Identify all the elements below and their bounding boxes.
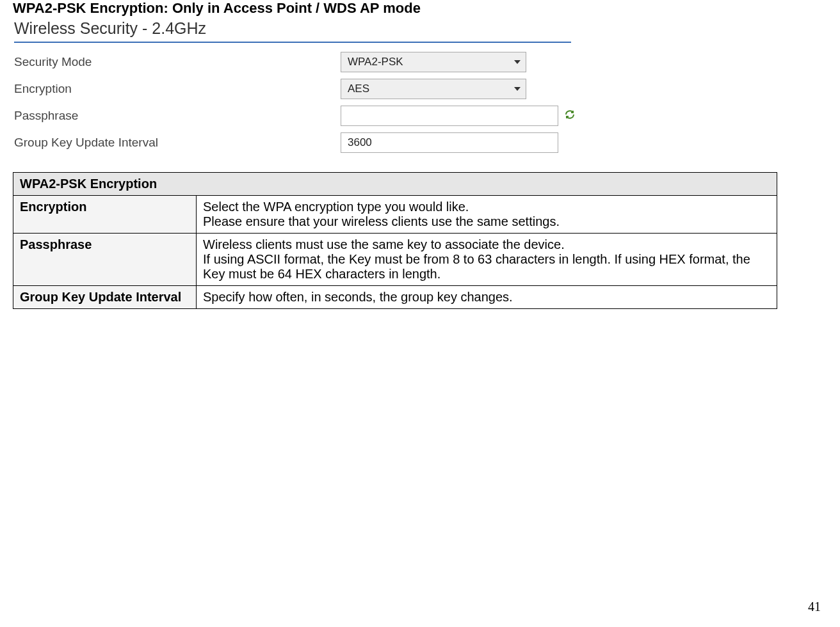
chevron-down-icon bbox=[514, 60, 521, 64]
security-mode-value: WPA2-PSK bbox=[348, 56, 403, 68]
passphrase-input[interactable] bbox=[341, 106, 558, 126]
field-name-cell: Encryption bbox=[13, 196, 197, 234]
security-mode-row: Security Mode WPA2-PSK bbox=[14, 52, 827, 72]
page-number: 41 bbox=[808, 599, 821, 614]
description-table: WPA2-PSK Encryption Encryption Select th… bbox=[13, 172, 777, 309]
encryption-row: Encryption AES bbox=[14, 79, 827, 99]
group-key-row: Group Key Update Interval 3600 bbox=[14, 132, 827, 153]
table-title: WPA2-PSK Encryption bbox=[13, 173, 777, 196]
group-key-value: 3600 bbox=[348, 136, 372, 149]
table-header-row: WPA2-PSK Encryption bbox=[13, 173, 777, 196]
divider bbox=[14, 42, 571, 43]
field-desc-cell: Wireless clients must use the same key t… bbox=[197, 234, 777, 286]
field-name-cell: Group Key Update Interval bbox=[13, 286, 197, 309]
table-row: Encryption Select the WPA encryption typ… bbox=[13, 196, 777, 234]
form-area: Security Mode WPA2-PSK Encryption AES Pa… bbox=[14, 52, 827, 153]
sub-heading: Wireless Security - 2.4GHz bbox=[14, 19, 827, 38]
table-row: Passphrase Wireless clients must use the… bbox=[13, 234, 777, 286]
field-desc-cell: Specify how often, in seconds, the group… bbox=[197, 286, 777, 309]
field-desc-cell: Select the WPA encryption type you would… bbox=[197, 196, 777, 234]
group-key-input[interactable]: 3600 bbox=[341, 132, 558, 153]
field-name-cell: Passphrase bbox=[13, 234, 197, 286]
group-key-label: Group Key Update Interval bbox=[14, 136, 341, 150]
passphrase-label: Passphrase bbox=[14, 109, 341, 123]
security-mode-label: Security Mode bbox=[14, 55, 341, 69]
encryption-label: Encryption bbox=[14, 82, 341, 96]
encryption-select[interactable]: AES bbox=[341, 79, 526, 99]
encryption-value: AES bbox=[348, 83, 369, 95]
security-mode-select[interactable]: WPA2-PSK bbox=[341, 52, 526, 72]
refresh-icon[interactable] bbox=[565, 109, 575, 123]
passphrase-row: Passphrase bbox=[14, 106, 827, 126]
chevron-down-icon bbox=[514, 87, 521, 91]
main-heading: WPA2-PSK Encryption: Only in Access Poin… bbox=[13, 0, 827, 17]
table-row: Group Key Update Interval Specify how of… bbox=[13, 286, 777, 309]
